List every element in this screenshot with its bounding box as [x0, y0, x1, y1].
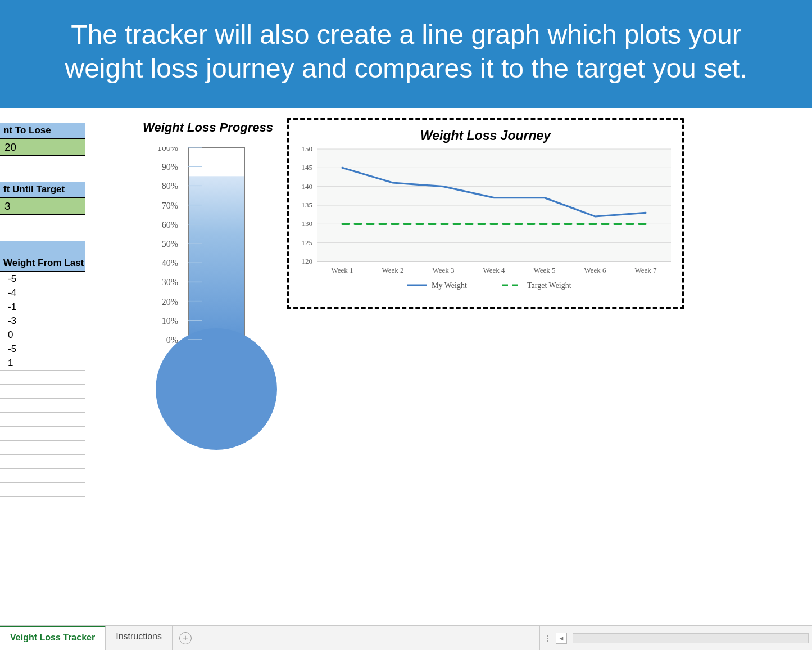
scroll-track[interactable] [573, 633, 809, 643]
svg-text:Week 2: Week 2 [382, 266, 403, 274]
svg-text:Week 1: Week 1 [331, 266, 353, 274]
plus-icon: + [179, 632, 192, 644]
scroll-left-button[interactable]: ◄ [556, 633, 567, 644]
value-until-target[interactable]: 3 [0, 198, 85, 215]
svg-text:90%: 90% [162, 162, 178, 171]
tab-label: Veight Loss Tracker [10, 633, 95, 642]
sheet-tab-bar: Veight Loss Tracker Instructions + ⋮ ◄ [0, 625, 812, 650]
svg-text:20%: 20% [162, 297, 178, 306]
table-row[interactable] [0, 455, 85, 469]
tab-weight-loss-tracker[interactable]: Veight Loss Tracker [0, 626, 106, 650]
thermometer-chart: Weight Loss Progress 100%90%80%70%60%50%… [126, 120, 289, 462]
drag-handle-icon[interactable]: ⋮ [543, 634, 552, 643]
svg-text:130: 130 [302, 219, 313, 228]
tab-label: Instructions [116, 631, 162, 641]
svg-rect-3 [189, 338, 244, 350]
horizontal-scroll-control: ⋮ ◄ [539, 626, 812, 650]
table-row[interactable] [0, 385, 85, 399]
svg-text:145: 145 [302, 163, 313, 171]
tab-spacer [198, 626, 539, 650]
banner: The tracker will also create a line grap… [0, 0, 812, 108]
thermometer-title: Weight Loss Progress [126, 120, 289, 135]
label-weight-to-lose: nt To Lose [0, 123, 85, 139]
spacer [0, 215, 85, 241]
svg-text:Week 5: Week 5 [533, 266, 555, 274]
journey-title: Weight Loss Journey [294, 128, 677, 143]
tab-instructions[interactable]: Instructions [106, 626, 173, 650]
table-row[interactable]: 0 [0, 328, 85, 342]
table-row[interactable] [0, 427, 85, 441]
svg-text:80%: 80% [162, 181, 178, 191]
label-until-target: ft Until Target [0, 182, 85, 198]
table-row[interactable]: 1 [0, 356, 85, 371]
svg-text:70%: 70% [162, 201, 178, 210]
table-row[interactable]: -5 [0, 342, 85, 356]
journey-svg: 120125130135140145150Week 1Week 2Week 3W… [294, 147, 677, 299]
table-row[interactable] [0, 371, 85, 385]
spacer [0, 156, 85, 182]
table-row[interactable] [0, 497, 85, 511]
table-header-weight-from-last: Weight From Last [0, 255, 85, 272]
table-row[interactable]: -5 [0, 272, 85, 286]
svg-text:140: 140 [302, 182, 313, 191]
workspace: nt To Lose 20 ft Until Target 3 Weight F… [0, 108, 812, 625]
left-column: nt To Lose 20 ft Until Target 3 Weight F… [0, 123, 85, 511]
table-row[interactable]: -1 [0, 300, 85, 314]
table-row[interactable] [0, 413, 85, 427]
table-row[interactable] [0, 469, 85, 483]
svg-text:Week 4: Week 4 [483, 266, 505, 274]
svg-text:40%: 40% [162, 258, 178, 268]
table-row[interactable] [0, 399, 85, 413]
svg-text:Week 3: Week 3 [432, 266, 454, 274]
value-weight-to-lose[interactable]: 20 [0, 139, 85, 156]
svg-text:100%: 100% [157, 147, 178, 152]
add-sheet-button[interactable]: + [173, 626, 198, 650]
svg-text:10%: 10% [162, 316, 178, 326]
svg-text:0%: 0% [166, 335, 178, 345]
svg-text:120: 120 [302, 257, 313, 265]
journey-chart-frame: Weight Loss Journey 12012513013514014515… [287, 118, 684, 309]
table-row[interactable] [0, 441, 85, 455]
table-row[interactable]: -3 [0, 314, 85, 328]
svg-text:150: 150 [302, 147, 313, 153]
banner-text: The tracker will also create a line grap… [34, 18, 778, 85]
svg-rect-1 [189, 176, 244, 340]
svg-text:Target Weight: Target Weight [527, 281, 571, 290]
svg-text:50%: 50% [162, 239, 178, 249]
svg-text:Week 7: Week 7 [634, 266, 657, 274]
svg-text:My Weight: My Weight [432, 281, 467, 290]
svg-text:125: 125 [302, 238, 313, 247]
table-row[interactable]: -4 [0, 286, 85, 300]
table-header-blank [0, 241, 85, 255]
thermometer-svg: 100%90%80%70%60%50%40%30%20%10%0% [129, 147, 287, 462]
svg-text:60%: 60% [162, 220, 178, 229]
svg-text:135: 135 [302, 201, 313, 209]
table-row[interactable] [0, 483, 85, 497]
svg-text:30%: 30% [162, 277, 178, 287]
svg-text:Week 6: Week 6 [584, 266, 606, 274]
